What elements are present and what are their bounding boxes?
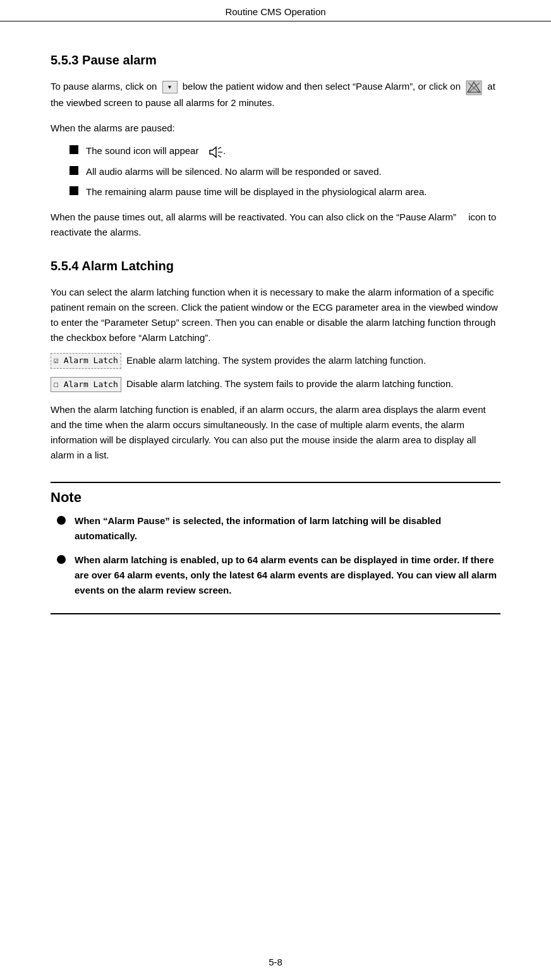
section-553-number: 5.5.3 <box>51 53 78 67</box>
dropdown-icon: ▾ <box>162 81 178 93</box>
svg-text:!: ! <box>473 86 475 92</box>
note-item-2-text: When alarm latching is enabled, up to 64… <box>75 553 500 598</box>
section-554-latching-info: When the alarm latching function is enab… <box>51 402 500 463</box>
bullet-2-text: All audio alarms will be silenced. No al… <box>86 164 382 179</box>
bullet-1: The sound icon will appear . <box>70 143 500 159</box>
alarm-latch-enabled-icon: Alarm Latch <box>51 353 121 369</box>
page-content: 5.5.3 Pause alarm To pause alarms, click… <box>0 21 551 652</box>
section-554-disabled-line: Alarm Latch Disable alarm latching. The … <box>51 376 500 392</box>
note-list: When “Alarm Pause” is selected, the info… <box>57 513 500 598</box>
svg-line-8 <box>218 155 221 157</box>
svg-marker-5 <box>210 147 216 157</box>
section-553-heading: Pause alarm <box>82 53 157 67</box>
bullet-2: All audio alarms will be silenced. No al… <box>70 164 500 179</box>
note-item-2: When alarm latching is enabled, up to 64… <box>57 553 500 598</box>
alarm-latch-disabled-icon: Alarm Latch <box>51 377 121 393</box>
bullet-square-1 <box>70 145 78 154</box>
note-section: Note When “Alarm Pause” is selected, the… <box>51 482 500 614</box>
note-bullet-1 <box>57 516 66 525</box>
bullet-square-2 <box>70 166 78 175</box>
note-bullet-2 <box>57 555 66 564</box>
section-554-enabled-text: Enable alarm latching. The system provid… <box>126 355 426 366</box>
sound-icon <box>209 144 223 159</box>
page-header: Routine CMS Operation <box>0 0 551 21</box>
bullet-1-text: The sound icon will appear . <box>86 143 226 159</box>
bullet-square-3 <box>70 186 78 195</box>
section-554-enabled-line: Alarm Latch Enable alarm latching. The s… <box>51 353 500 369</box>
note-title: Note <box>51 489 500 506</box>
section-553-bullets: The sound icon will appear . All audio a… <box>70 143 500 200</box>
bullet-3: The remaining alarm pause time will be d… <box>70 184 500 200</box>
header-title: Routine CMS Operation <box>225 6 325 17</box>
section-553-intro: To pause alarms, click on ▾ below the pa… <box>51 79 500 111</box>
section-554-heading: Alarm Latching <box>82 259 174 273</box>
bullet-3-text: The remaining alarm pause time will be d… <box>86 184 427 200</box>
page-footer: 5-8 <box>0 957 551 967</box>
page-number: 5-8 <box>269 957 282 967</box>
section-554-number: 5.5.4 <box>51 259 78 273</box>
section-554-description: You can select the alarm latching functi… <box>51 285 500 345</box>
section-553-timeout: When the pause times out, all alarms wil… <box>51 210 500 240</box>
note-item-1-text: When “Alarm Pause” is selected, the info… <box>75 513 500 544</box>
section-553-title: 5.5.3 Pause alarm <box>51 53 500 68</box>
note-item-1: When “Alarm Pause” is selected, the info… <box>57 513 500 544</box>
section-554-title: 5.5.4 Alarm Latching <box>51 259 500 273</box>
svg-line-6 <box>218 147 221 149</box>
section-554-disabled-text: Disable alarm latching. The system fails… <box>126 378 453 389</box>
cross-alarm-icon: ! <box>466 80 482 95</box>
section-553-paused-intro: When the alarms are paused: <box>51 121 500 136</box>
